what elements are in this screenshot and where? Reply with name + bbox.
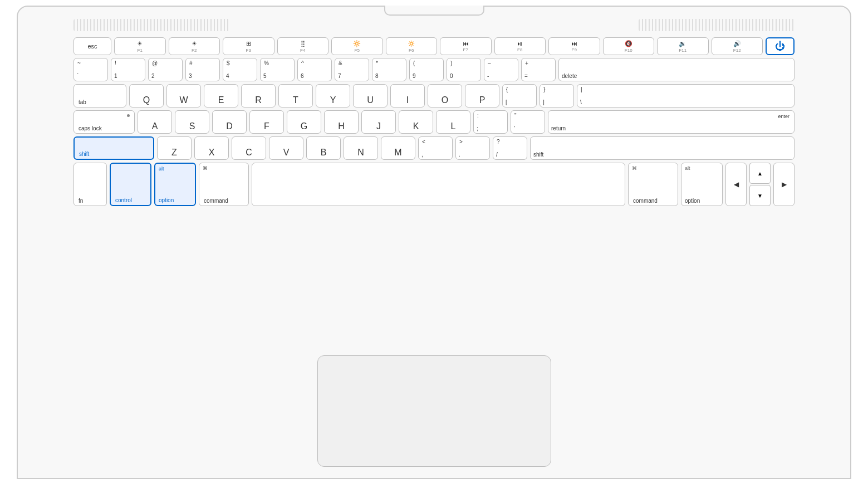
key-f1[interactable]: ☀ F1 (114, 37, 166, 55)
key-command-left[interactable]: ⌘ command (199, 163, 249, 206)
key-9-label: 9 (413, 73, 416, 79)
key-a[interactable]: A (138, 110, 172, 134)
f2-label: F2 (192, 48, 197, 53)
key-t[interactable]: T (278, 84, 313, 107)
key-f4[interactable]: ⣿ F4 (277, 37, 329, 55)
f1-label: F1 (138, 48, 143, 53)
key-o[interactable]: O (428, 84, 462, 107)
key-space[interactable] (252, 163, 625, 206)
key-arrow-up[interactable]: ▲ (749, 163, 771, 184)
key-n[interactable]: N (344, 136, 378, 160)
f5-icon: 🔆 (353, 40, 361, 47)
key-b[interactable]: B (306, 136, 341, 160)
key-comma[interactable]: < , (418, 136, 453, 160)
key-f5[interactable]: 🔆 F5 (331, 37, 383, 55)
key-exclaim: ! (115, 60, 116, 66)
function-row: esc ☀ F1 ☀ F2 ⊞ F3 ⣿ F4 (73, 37, 795, 55)
key-r[interactable]: R (241, 84, 276, 107)
f6-label: F6 (409, 48, 414, 53)
key-w[interactable]: W (166, 84, 201, 107)
key-f8[interactable]: ⏯ F8 (494, 37, 546, 55)
key-shift-left[interactable]: shift (73, 136, 154, 160)
key-m[interactable]: M (381, 136, 415, 160)
key-command-right[interactable]: ⌘ command (628, 163, 678, 206)
key-f9[interactable]: ⏭ F9 (548, 37, 600, 55)
key-equals[interactable]: + = (521, 58, 556, 81)
key-arrow-right[interactable]: ▶ (773, 163, 795, 206)
key-question: ? (497, 139, 500, 145)
key-backtick[interactable]: ~ ` (73, 58, 108, 81)
key-option-right[interactable]: alt option (681, 163, 723, 206)
key-return[interactable]: enter return (548, 110, 795, 134)
key-s-label: S (189, 121, 195, 131)
key-y[interactable]: Y (316, 84, 350, 107)
key-lbracket[interactable]: { [ (502, 84, 537, 107)
key-f2[interactable]: ☀ F2 (169, 37, 220, 55)
key-slash[interactable]: ? / (493, 136, 527, 160)
key-fn[interactable]: fn (73, 163, 107, 206)
key-9[interactable]: ( 9 (409, 58, 444, 81)
key-h[interactable]: H (324, 110, 359, 134)
key-delete[interactable]: delete (558, 58, 795, 81)
key-f12[interactable]: 🔊 F12 (712, 37, 763, 55)
key-j[interactable]: J (361, 110, 396, 134)
key-f[interactable]: F (249, 110, 284, 134)
key-esc[interactable]: esc (73, 37, 111, 55)
key-e[interactable]: E (204, 84, 238, 107)
key-option-left[interactable]: alt option (154, 163, 196, 206)
key-arrow-left[interactable]: ◀ (725, 163, 747, 206)
key-shift-right[interactable]: shift (530, 136, 795, 160)
key-c[interactable]: C (232, 136, 266, 160)
key-r-label: R (255, 95, 262, 105)
speaker-right (639, 19, 795, 31)
key-power[interactable]: ⏻ (766, 37, 795, 55)
f10-label: F10 (625, 48, 632, 53)
key-f6[interactable]: 🔅 F6 (386, 37, 438, 55)
key-p[interactable]: P (465, 84, 499, 107)
arrow-left-icon: ◀ (734, 180, 739, 188)
key-pipe: | (581, 86, 582, 92)
f9-icon: ⏭ (571, 40, 577, 47)
key-u[interactable]: U (353, 84, 388, 107)
key-g[interactable]: G (287, 110, 321, 134)
key-7[interactable]: & 7 (335, 58, 369, 81)
key-f10[interactable]: 🔇 F10 (603, 37, 655, 55)
key-tab[interactable]: tab (73, 84, 126, 107)
key-control[interactable]: control (110, 163, 151, 206)
key-1[interactable]: ! 1 (111, 58, 145, 81)
trackpad[interactable] (317, 355, 551, 467)
key-v[interactable]: V (269, 136, 303, 160)
key-arrow-down[interactable]: ▼ (749, 185, 771, 206)
key-6[interactable]: ^ 6 (297, 58, 332, 81)
key-5[interactable]: % 5 (260, 58, 295, 81)
key-z[interactable]: Z (157, 136, 192, 160)
key-capslock[interactable]: caps lock (73, 110, 135, 134)
key-comma-label: , (421, 151, 423, 158)
key-semicolon[interactable]: : ; (473, 110, 508, 134)
key-x[interactable]: X (194, 136, 229, 160)
key-doublequote: " (514, 113, 517, 119)
key-f3[interactable]: ⊞ F3 (223, 37, 274, 55)
key-k[interactable]: K (399, 110, 433, 134)
key-b-label: B (321, 148, 327, 158)
key-f7[interactable]: ⏮ F7 (440, 37, 492, 55)
key-minus[interactable]: – - (484, 58, 518, 81)
key-q[interactable]: Q (129, 84, 164, 107)
key-4[interactable]: $ 4 (223, 58, 257, 81)
key-backslash[interactable]: | \ (577, 84, 795, 107)
key-s[interactable]: S (175, 110, 209, 134)
key-quote[interactable]: " ' (511, 110, 545, 134)
key-3[interactable]: # 3 (185, 58, 220, 81)
key-l[interactable]: L (436, 110, 470, 134)
key-f11[interactable]: 🔉 F11 (657, 37, 709, 55)
key-2[interactable]: @ 2 (148, 58, 183, 81)
key-0[interactable]: ) 0 (447, 58, 481, 81)
key-m-label: M (394, 148, 401, 158)
key-period[interactable]: > . (455, 136, 490, 160)
key-6-label: 6 (301, 73, 304, 79)
key-rbracket[interactable]: } ] (540, 84, 574, 107)
key-8[interactable]: * 8 (372, 58, 406, 81)
key-i[interactable]: I (390, 84, 425, 107)
key-d[interactable]: D (212, 110, 247, 134)
key-option-right-alt: alt (685, 165, 690, 171)
